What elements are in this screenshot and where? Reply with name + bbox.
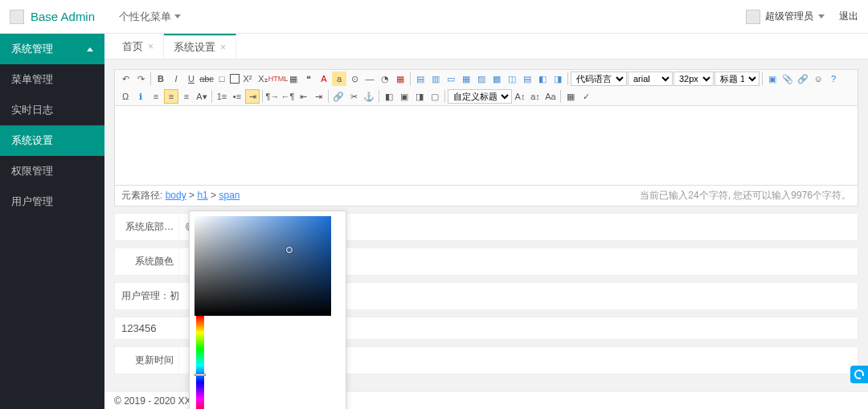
case-icon[interactable]: Aa [543,89,558,104]
table3-icon[interactable]: ▤ [520,72,534,86]
spellcheck-icon[interactable]: ✓ [579,89,593,104]
personalize-menu[interactable]: 个性化菜单 [119,10,181,24]
sidebar-item-0[interactable]: 菜单管理 [0,64,104,95]
backcolor-icon[interactable]: a [332,72,346,86]
insert-col-icon[interactable]: ▥ [428,72,443,86]
logout-link[interactable]: 退出 [839,10,858,23]
heading-select[interactable]: 标题 1 [714,72,760,86]
omega-icon[interactable]: Ω [118,89,133,104]
underline-icon[interactable]: U [184,72,199,86]
editor-status-bar: 元素路径: body > h1 > span 当前已输入24个字符, 您还可以输… [115,185,858,206]
link2-icon[interactable]: 🔗 [331,89,346,104]
chevron-down-icon [174,14,181,18]
path-body[interactable]: body [166,190,186,201]
chevron-up-icon [87,47,93,51]
bold-icon[interactable]: B [154,72,168,86]
link-icon[interactable]: 🔗 [796,72,810,86]
clock-icon[interactable]: ◔ [378,72,392,86]
editor-content[interactable] [115,106,858,185]
sidebar-item-4[interactable]: 用户管理 [0,186,104,217]
anchor-icon[interactable]: ⊙ [347,72,362,86]
emoji-icon[interactable]: ☺ [811,72,825,86]
user-menu[interactable]: 超级管理员 [746,10,825,24]
ltr-icon[interactable]: ¶→ [265,89,280,104]
strike-icon[interactable]: abc [199,72,214,86]
format-brush-icon[interactable]: ▦ [286,72,301,86]
indent-less-icon[interactable]: ⇤ [296,89,310,104]
align-left-icon[interactable]: ≡ [149,89,163,104]
element-path: 元素路径: body > h1 > span [121,189,240,202]
calendar-icon[interactable]: ▦ [393,72,407,86]
sidebar: 系统管理 菜单管理实时日志系统设置权限管理用户管理 [0,34,104,409]
tab-1[interactable]: 系统设置× [164,34,236,59]
color-picker: 清空 确定 [189,211,346,409]
source-icon[interactable]: HTML [271,72,285,86]
sidebar-item-3[interactable]: 权限管理 [0,156,104,186]
label-update-time: 更新时间 [115,347,179,374]
img-left-icon[interactable]: ◧ [382,89,396,104]
brand[interactable]: Base Admin [10,10,95,24]
sv-panel[interactable] [194,216,331,316]
table-insert-icon[interactable]: ▦ [563,89,578,104]
font-family-select[interactable]: arial [628,72,673,86]
label-system-color: 系统颜色 [115,248,179,275]
unordered-list-icon[interactable]: •≡ [230,89,244,104]
table-icon[interactable]: ▩ [489,72,504,86]
path-h1[interactable]: h1 [197,190,207,201]
editor-toolbar: ↶ ↷ B I U abc □ X² X₂ HTML ▦ ❝ A a ⊙ — ◔… [115,70,858,106]
indent-more-icon[interactable]: ⇥ [311,89,326,104]
quote-icon[interactable]: ❝ [301,72,316,86]
info-icon[interactable]: ℹ [133,89,148,104]
redo-icon[interactable]: ↷ [133,72,148,86]
chat-bubble-icon [854,370,864,379]
align-center-icon[interactable]: ≡ [164,89,178,104]
img-center-icon[interactable]: ▣ [397,89,411,104]
hue-slider[interactable] [196,316,204,409]
lowercase-icon[interactable]: a↕ [528,89,542,104]
brand-text: Base Admin [31,10,95,23]
tab-label: 系统设置 [174,40,215,55]
italic-icon[interactable]: I [169,72,183,86]
tab-0[interactable]: 首页× [113,34,164,59]
unlink-icon[interactable]: ✂ [346,89,361,104]
image-icon[interactable]: ▣ [765,72,780,86]
superscript-icon[interactable]: X² [240,72,255,86]
sidebar-item-2[interactable]: 系统设置 [0,125,104,156]
path-span[interactable]: span [219,190,240,201]
insert-row-icon[interactable]: ▤ [413,72,428,86]
img-right-icon[interactable]: ◨ [412,89,427,104]
del-row-icon[interactable]: ▭ [444,72,458,86]
align-right-icon[interactable]: ≡ [179,89,194,104]
uppercase-icon[interactable]: A↕ [513,89,527,104]
attach-icon[interactable]: 📎 [780,72,795,86]
clear-icon[interactable]: — [362,72,377,86]
split-icon[interactable]: ▨ [474,72,489,86]
table4-icon[interactable]: ◧ [535,72,550,86]
ordered-list-icon[interactable]: 1≡ [215,89,229,104]
code-lang-select[interactable]: 代码语言 [571,72,627,86]
anchor2-icon[interactable]: ⚓ [362,89,376,104]
font-a-icon[interactable]: A▾ [194,89,209,104]
undo-icon[interactable]: ↶ [118,72,133,86]
indent-icon[interactable]: ⇥ [245,89,260,104]
help-icon[interactable]: ? [826,72,841,86]
sidebar-item-1[interactable]: 实时日志 [0,95,104,125]
help-float[interactable] [850,366,868,383]
chevron-down-icon [818,14,825,18]
border-icon[interactable]: □ [215,72,229,86]
forecolor-icon[interactable]: A [317,72,331,86]
label-footer-text: 系统底部… [115,214,179,240]
merge-icon[interactable]: ▦ [459,72,473,86]
table2-icon[interactable]: ◫ [505,72,519,86]
tab-label: 首页 [122,39,143,54]
avatar-icon [746,10,760,24]
custom-title-select[interactable]: 自定义标题 [448,89,512,104]
sidebar-header[interactable]: 系统管理 [0,34,104,64]
close-icon[interactable]: × [148,41,154,52]
img-none-icon[interactable]: ▢ [428,89,442,104]
box-icon[interactable] [230,74,240,84]
rtl-icon[interactable]: ←¶ [280,89,295,104]
close-icon[interactable]: × [220,42,226,53]
font-size-select[interactable]: 32px [674,72,714,86]
table5-icon[interactable]: ◨ [551,72,565,86]
